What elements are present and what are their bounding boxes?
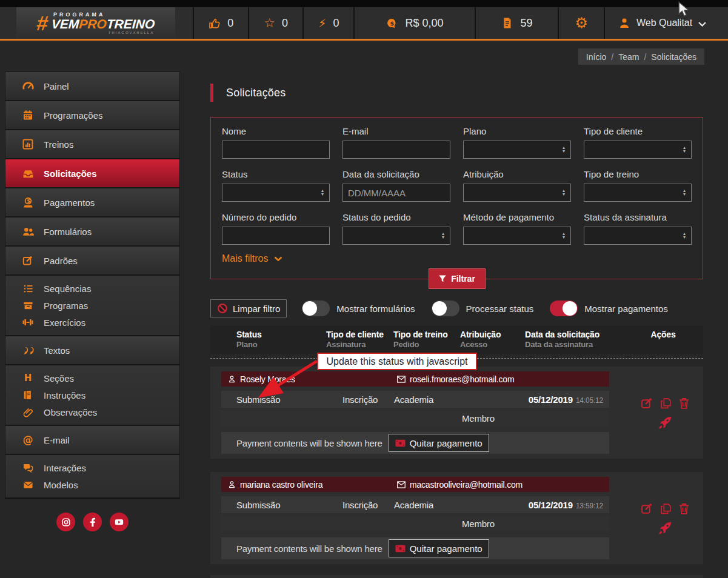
money-stat[interactable]: $ R$ 0,00 <box>353 7 475 39</box>
settings-button[interactable]: ⚙ <box>558 7 604 39</box>
sidebar-item-treinos[interactable]: Treinos <box>5 130 179 158</box>
facebook-icon[interactable] <box>83 513 102 531</box>
title-accent-bar <box>210 84 213 102</box>
clear-filter-button[interactable]: Limpar filtro <box>210 299 287 317</box>
header-spacer <box>175 7 193 39</box>
book-icon <box>22 389 34 401</box>
data-solicitacao-input[interactable] <box>342 184 450 202</box>
person-icon <box>228 375 236 383</box>
nome-input[interactable] <box>222 141 330 159</box>
filter-button[interactable]: Filtrar <box>429 268 486 289</box>
breadcrumb-current: Solicitações <box>651 52 696 62</box>
thumbs-up-icon <box>209 17 221 29</box>
brand-subtitle: THIAGOVARELLA <box>51 31 155 35</box>
sidebar-item-exercicios[interactable]: Exercícios <box>5 314 179 331</box>
main-content: Solicitações Nome E-mail Plano ▴▾ Tipo d… <box>210 71 703 578</box>
status-select[interactable]: ▴▾ <box>222 184 330 202</box>
settle-payment-button[interactable]: Quitar pagamento <box>389 539 489 557</box>
record-client-type: Inscrição <box>342 500 394 510</box>
tipo-treino-select[interactable]: ▴▾ <box>584 184 692 202</box>
sidebar-item-sequencias[interactable]: Sequências <box>5 280 179 297</box>
docs-count: 59 <box>520 17 532 30</box>
sidebar-item-interacoes[interactable]: Interações <box>5 459 179 476</box>
funnel-icon <box>438 274 447 283</box>
at-icon: @ <box>22 434 34 446</box>
copy-icon[interactable] <box>660 397 672 412</box>
select-arrows-icon: ▴▾ <box>563 232 565 239</box>
settle-payment-button[interactable]: Quitar pagamento <box>389 434 489 452</box>
status-assinatura-select[interactable]: ▴▾ <box>584 227 692 245</box>
user-menu[interactable]: Web Qualitat <box>604 7 728 39</box>
record-status[interactable]: Submissão <box>236 500 342 510</box>
email-input[interactable] <box>342 141 450 159</box>
select-arrows-icon: ▴▾ <box>683 146 686 153</box>
breadcrumb-team[interactable]: Team <box>618 52 639 62</box>
edit-icon[interactable] <box>641 502 653 517</box>
trash-icon[interactable] <box>678 502 690 517</box>
record-date: 05/12/201914:05:12 <box>529 394 603 405</box>
inbox-icon <box>22 167 34 179</box>
copy-icon[interactable] <box>660 502 672 517</box>
sidebar-item-textos[interactable]: Textos <box>5 336 179 364</box>
toggle-mostrar-pagamentos[interactable] <box>550 301 578 316</box>
youtube-icon[interactable] <box>110 513 129 531</box>
sidebar-item-formularios[interactable]: Formulários <box>5 218 179 245</box>
more-filters-link[interactable]: Mais filtros <box>222 253 282 264</box>
sidebar-item-secoes[interactable]: H Seções <box>5 370 179 387</box>
likes-stat[interactable]: 0 <box>193 7 248 39</box>
select-arrows-icon: ▴▾ <box>683 232 686 239</box>
paperclip-icon <box>22 406 34 418</box>
rocket-icon[interactable] <box>635 415 695 430</box>
breadcrumb-home[interactable]: Início <box>586 52 606 62</box>
rocket-icon[interactable] <box>635 520 695 536</box>
envelope-icon <box>397 376 406 383</box>
record-card-partial <box>210 575 703 578</box>
record-email: macastrooliveira@hotmail.com <box>410 480 523 490</box>
person-icon <box>228 480 236 488</box>
user-name: Web Qualitat <box>636 18 692 28</box>
sidebar-group-padroes-subs: Sequências Programas Exercícios <box>5 276 179 335</box>
stars-stat[interactable]: ☆ 0 <box>248 7 302 39</box>
docs-stat[interactable]: 59 <box>475 7 558 39</box>
chevron-down-icon <box>698 18 706 29</box>
status-pedido-select[interactable]: ▴▾ <box>342 227 450 245</box>
brand-logo[interactable]: # PROGRAMA VEMPROTREINO THIAGOVARELLA <box>16 7 175 39</box>
sidebar-item-programacoes[interactable]: Programações <box>5 101 179 129</box>
sidebar-item-modelos[interactable]: Modelos <box>5 476 179 493</box>
table-header: StatusPlano Tipo de clienteAssinatura Ti… <box>210 325 703 354</box>
edit-icon[interactable] <box>641 397 653 412</box>
atribuicao-select[interactable]: ▴▾ <box>463 184 571 202</box>
sidebar-item-painel[interactable]: Painel <box>5 72 179 100</box>
tooltip-arrow <box>247 355 323 407</box>
stars-count: 0 <box>282 17 288 30</box>
sidebar-item-pagamentos[interactable]: $ Pagamentos <box>5 188 179 216</box>
record-actions <box>635 397 695 430</box>
sidebar-item-email[interactable]: @ E-mail <box>5 426 179 454</box>
star-icon: ☆ <box>264 16 275 30</box>
metodo-pagamento-select[interactable]: ▴▾ <box>463 227 571 245</box>
trash-icon[interactable] <box>678 397 690 412</box>
sidebar-item-padroes[interactable]: Padrões <box>5 247 179 274</box>
numero-pedido-input[interactable] <box>222 227 330 245</box>
money-chat-icon: $ <box>386 17 398 29</box>
money-value: R$ 0,00 <box>405 17 443 30</box>
page-title: Solicitações <box>210 84 703 102</box>
instagram-icon[interactable] <box>56 513 75 531</box>
toggle-processar-status[interactable] <box>432 301 459 316</box>
tipo-cliente-select[interactable]: ▴▾ <box>584 141 692 159</box>
user-icon <box>618 17 630 29</box>
bolts-stat[interactable]: ⚡ 0 <box>302 7 353 39</box>
record-detail-row: Submissão Inscrição Academia 05/12/20191… <box>221 496 609 513</box>
likes-count: 0 <box>227 17 233 30</box>
sidebar-item-observacoes[interactable]: Observações <box>5 404 179 420</box>
sidebar-group-textos-subs: H Seções Instruções Observações <box>5 365 179 425</box>
document-icon <box>501 17 513 29</box>
plano-select[interactable]: ▴▾ <box>463 141 571 159</box>
record-actions <box>635 502 695 536</box>
sidebar-item-solicitacoes[interactable]: Solicitações <box>5 159 179 187</box>
toggle-mostrar-formularios[interactable] <box>302 301 330 316</box>
sidebar-item-instrucoes[interactable]: Instruções <box>5 387 179 404</box>
select-arrows-icon: ▴▾ <box>683 189 686 196</box>
sidebar: Painel Programações Treinos Solicitações… <box>5 71 180 499</box>
sidebar-item-programas[interactable]: Programas <box>5 297 179 314</box>
